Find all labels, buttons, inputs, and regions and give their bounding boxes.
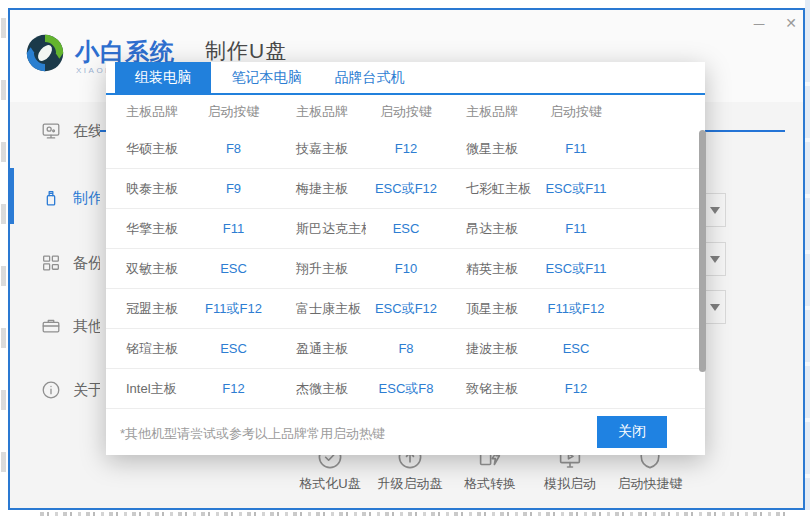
motherboard-brand: 昂达主板: [446, 220, 536, 238]
background-select[interactable]: [705, 290, 726, 324]
motherboard-brand: 捷波主板: [446, 340, 536, 358]
column-header: 启动按键: [366, 103, 446, 121]
boot-key-value: F12: [191, 381, 276, 396]
boot-key-value: F8: [366, 341, 446, 356]
usb-icon: [40, 187, 62, 209]
table-header-row: 主板品牌启动按键主板品牌启动按键主板品牌启动按键: [106, 95, 705, 129]
tab-laptop[interactable]: 笔记本电脑: [224, 62, 309, 93]
table-row: 映泰主板F9梅捷主板ESC或F12七彩虹主板ESC或F11: [106, 169, 705, 209]
boot-key-value: ESC: [191, 341, 276, 356]
motherboard-brand: 精英主板: [446, 260, 536, 278]
boot-key-value: F11: [191, 221, 276, 236]
boot-key-value: ESC: [366, 221, 446, 236]
chevron-down-icon: [710, 256, 720, 263]
dialog-tabs: 组装电脑笔记本电脑品牌台式机: [106, 62, 705, 95]
boot-key-value: ESC或F12: [366, 180, 446, 198]
motherboard-brand: 映泰主板: [106, 180, 191, 198]
column-header: 主板品牌: [446, 103, 536, 121]
motherboard-brand: 铭瑄主板: [106, 340, 191, 358]
motherboard-brand: 技嘉主板: [276, 140, 366, 158]
boot-key-value: ESC: [191, 261, 276, 276]
boot-key-value: F11: [536, 221, 616, 236]
minimize-button[interactable]: ─: [746, 10, 772, 36]
sidebar-item-make-usb[interactable]: 制作: [40, 182, 106, 214]
motherboard-brand: 斯巴达克主板: [276, 220, 366, 238]
boot-key-value: ESC或F12: [366, 300, 446, 318]
motherboard-brand: 华擎主板: [106, 220, 191, 238]
sidebar-item-about[interactable]: 关于: [40, 374, 106, 406]
boot-key-value: ESC或F8: [366, 380, 446, 398]
tab-assembled-pc[interactable]: 组装电脑: [115, 62, 211, 93]
sidebar-item-label: 备份: [73, 254, 100, 273]
boot-hotkey-dialog: 组装电脑笔记本电脑品牌台式机 主板品牌启动按键主板品牌启动按键主板品牌启动按键 …: [106, 62, 705, 455]
toolbar-item-label: 格式转换: [464, 475, 516, 493]
table-row: Intel主板F12杰微主板ESC或F8致铭主板F12: [106, 369, 705, 409]
modal-scrollbar-thumb[interactable]: [699, 130, 706, 372]
toolbar-item-label: 格式化U盘: [299, 475, 360, 493]
sidebar-active-indicator: [10, 168, 14, 224]
boot-key-value: F11: [536, 141, 616, 156]
screenshot-stage: 小白系统 XIAOBAI 制作U盘 ─ ✕ 在线 制作 备份 其他 关于 格式化…: [0, 0, 810, 518]
sidebar-item-label: 关于: [73, 381, 100, 400]
boot-key-value: F10: [366, 261, 446, 276]
motherboard-brand: Intel主板: [106, 380, 191, 398]
motherboard-brand: 盈通主板: [276, 340, 366, 358]
close-dialog-button[interactable]: 关闭: [597, 416, 667, 448]
column-header: 主板品牌: [106, 103, 191, 121]
boot-key-value: F8: [191, 141, 276, 156]
sidebar-item-other[interactable]: 其他: [40, 310, 106, 342]
hotkey-table: 华硕主板F8技嘉主板F12微星主板F11映泰主板F9梅捷主板ESC或F12七彩虹…: [106, 129, 705, 409]
column-header: 主板品牌: [276, 103, 366, 121]
monitor-icon: [40, 120, 62, 142]
grid-icon: [40, 252, 62, 274]
table-row: 华擎主板F11斯巴达克主板ESC昂达主板F11: [106, 209, 705, 249]
toolbar-item-label: 升级启动盘: [378, 475, 443, 493]
boot-key-value: F12: [366, 141, 446, 156]
motherboard-brand: 杰微主板: [276, 380, 366, 398]
sidebar-item-backup[interactable]: 备份: [40, 247, 106, 279]
sidebar-item-label: 其他: [73, 317, 100, 336]
boot-key-value: F12: [536, 381, 616, 396]
boot-key-value: ESC或F11: [536, 180, 616, 198]
chevron-down-icon: [710, 304, 720, 311]
boot-key-value: F11或F12: [536, 300, 616, 318]
toolbar-item-label: 启动快捷键: [618, 475, 683, 493]
boot-key-value: ESC: [536, 341, 616, 356]
column-header: 启动按键: [191, 103, 276, 121]
app-name-romanized: XIAOBAI: [76, 66, 110, 75]
column-header: 启动按键: [536, 103, 616, 121]
motherboard-brand: 双敏主板: [106, 260, 191, 278]
motherboard-brand: 冠盟主板: [106, 300, 191, 318]
toolbar-item-label: 模拟启动: [544, 475, 596, 493]
info-icon: [40, 379, 62, 401]
briefcase-icon: [40, 315, 62, 337]
dialog-footnote: *其他机型请尝试或参考以上品牌常用启动热键: [120, 425, 385, 443]
boot-key-value: F11或F12: [191, 300, 276, 318]
table-row: 冠盟主板F11或F12富士康主板ESC或F12顶星主板F11或F12: [106, 289, 705, 329]
motherboard-brand: 翔升主板: [276, 260, 366, 278]
page-title: 制作U盘: [205, 37, 287, 65]
motherboard-brand: 华硕主板: [106, 140, 191, 158]
background-window-left-edge: [0, 0, 8, 518]
boot-key-value: F9: [191, 181, 276, 196]
sidebar-item-label: 在线: [73, 122, 100, 141]
background-select[interactable]: [705, 193, 726, 227]
background-window-bottom-edge: [0, 510, 810, 518]
table-row: 双敏主板ESC翔升主板F10精英主板ESC或F11: [106, 249, 705, 289]
motherboard-brand: 致铭主板: [446, 380, 536, 398]
boot-key-value: ESC或F11: [536, 260, 616, 278]
motherboard-brand: 富士康主板: [276, 300, 366, 318]
chevron-down-icon: [710, 207, 720, 214]
background-window-right-edge: [805, 0, 810, 518]
table-row: 铭瑄主板ESC盈通主板F8捷波主板ESC: [106, 329, 705, 369]
close-window-button[interactable]: ✕: [778, 10, 804, 36]
background-select[interactable]: [705, 242, 726, 276]
app-logo-icon: [22, 30, 68, 76]
motherboard-brand: 顶星主板: [446, 300, 536, 318]
sidebar-item-label: 制作: [73, 189, 100, 208]
tab-brand-desktop[interactable]: 品牌台式机: [327, 62, 412, 93]
sidebar-item-online[interactable]: 在线: [40, 115, 106, 147]
table-row: 华硕主板F8技嘉主板F12微星主板F11: [106, 129, 705, 169]
motherboard-brand: 七彩虹主板: [446, 180, 536, 198]
motherboard-brand: 梅捷主板: [276, 180, 366, 198]
